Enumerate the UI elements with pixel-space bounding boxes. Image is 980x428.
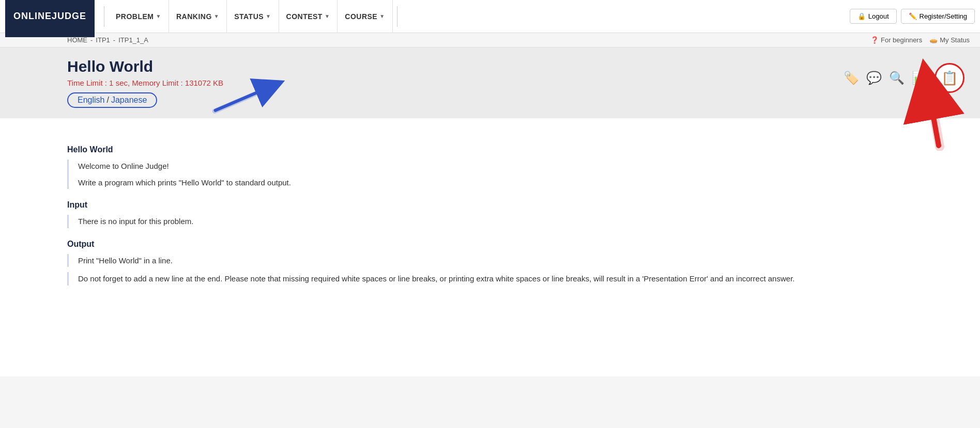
search-button[interactable]: 🔍 xyxy=(889,71,905,85)
breadcrumb-left: HOME - ITP1 - ITP1_1_A xyxy=(67,36,148,44)
time-memory-limit: Time Limit : 1 sec, Memory Limit : 13107… xyxy=(67,78,223,87)
for-beginners-link[interactable]: ❓ For beginners xyxy=(870,36,922,44)
chevron-down-icon: ▼ xyxy=(156,13,161,19)
nav-item-problem[interactable]: PROBLEM ▼ xyxy=(109,0,169,33)
section-note: Do not forget to add a new line at the e… xyxy=(67,272,964,286)
nav-item-ranking[interactable]: RANKING ▼ xyxy=(169,0,227,33)
submit-button[interactable]: 📋 xyxy=(935,63,964,93)
nav-item-status[interactable]: STATUS ▼ xyxy=(227,0,279,33)
note-para-1: Do not forget to add a new line at the e… xyxy=(78,272,964,286)
problem-action-icons: 🏷️ 💬 🔍 📊 📋 xyxy=(844,63,964,93)
lang-separator: / xyxy=(106,96,109,105)
lang-japanese[interactable]: Japanese xyxy=(111,96,147,105)
section-intro: Hello World Welcome to Online Judge! Wri… xyxy=(67,145,964,189)
nav-divider-start xyxy=(104,6,104,27)
lock-icon: 🔒 xyxy=(858,12,866,20)
breadcrumb-itp1[interactable]: ITP1 xyxy=(96,36,110,44)
pie-chart-icon: 🥧 xyxy=(929,36,938,44)
section-note-body: Do not forget to add a new line at the e… xyxy=(67,272,964,286)
output-para-1: Print "Hello World" in a line. xyxy=(78,254,964,267)
stats-button[interactable]: 📊 xyxy=(912,71,927,85)
chevron-down-icon: ▼ xyxy=(379,13,385,19)
breadcrumb-right: ❓ For beginners 🥧 My Status xyxy=(870,36,970,44)
input-para-1: There is no input for this problem. xyxy=(78,215,964,228)
lang-english[interactable]: English xyxy=(78,96,104,105)
intro-para-2: Write a program which prints "Hello Worl… xyxy=(78,176,964,189)
section-intro-title: Hello World xyxy=(67,145,964,154)
breadcrumb-page[interactable]: ITP1_1_A xyxy=(118,36,148,44)
nav-item-course[interactable]: COURSE ▼ xyxy=(338,0,392,33)
breadcrumb: HOME - ITP1 - ITP1_1_A ❓ For beginners 🥧… xyxy=(0,33,980,47)
main-header: ONLINE JUDGE PROBLEM ▼ RANKING ▼ STATUS … xyxy=(0,0,980,33)
comment-button[interactable]: 💬 xyxy=(866,71,882,85)
chevron-down-icon: ▼ xyxy=(214,13,219,19)
problem-title-block: Hello World Time Limit : 1 sec, Memory L… xyxy=(67,58,223,108)
problem-header: Hello World Time Limit : 1 sec, Memory L… xyxy=(0,47,980,118)
chevron-down-icon: ▼ xyxy=(325,13,330,19)
my-status-link[interactable]: 🥧 My Status xyxy=(929,36,970,44)
logout-button[interactable]: 🔒 Logout xyxy=(850,9,897,24)
register-setting-button[interactable]: ✏️ Register/Setting xyxy=(901,9,975,24)
tag-button[interactable]: 🏷️ xyxy=(844,71,859,85)
problem-header-wrapper: Hello World Time Limit : 1 sec, Memory L… xyxy=(0,47,980,118)
intro-para-1: Welcome to Online Judge! xyxy=(78,160,964,173)
language-selector: English / Japanese xyxy=(67,92,157,108)
edit-icon: ✏️ xyxy=(909,12,917,20)
breadcrumb-sep1: - xyxy=(90,36,93,44)
main-content: Hello World Welcome to Online Judge! Wri… xyxy=(0,118,980,376)
section-input-title: Input xyxy=(67,200,964,210)
header-actions: 🔒 Logout ✏️ Register/Setting xyxy=(850,9,975,24)
nav-item-contest[interactable]: CONTEST ▼ xyxy=(279,0,338,33)
nav-divider-end xyxy=(397,6,397,27)
section-intro-body: Welcome to Online Judge! Write a program… xyxy=(67,160,964,189)
question-icon: ❓ xyxy=(870,36,879,44)
section-input: Input There is no input for this problem… xyxy=(67,200,964,228)
section-output-body: Print "Hello World" in a line. xyxy=(67,254,964,267)
breadcrumb-home[interactable]: HOME xyxy=(67,36,87,44)
section-output: Output Print "Hello World" in a line. xyxy=(67,240,964,267)
section-input-body: There is no input for this problem. xyxy=(67,215,964,228)
breadcrumb-sep2: - xyxy=(113,36,115,44)
section-output-title: Output xyxy=(67,240,964,249)
chevron-down-icon: ▼ xyxy=(266,13,271,19)
problem-title: Hello World xyxy=(67,58,223,75)
site-logo[interactable]: ONLINE JUDGE xyxy=(5,0,95,37)
